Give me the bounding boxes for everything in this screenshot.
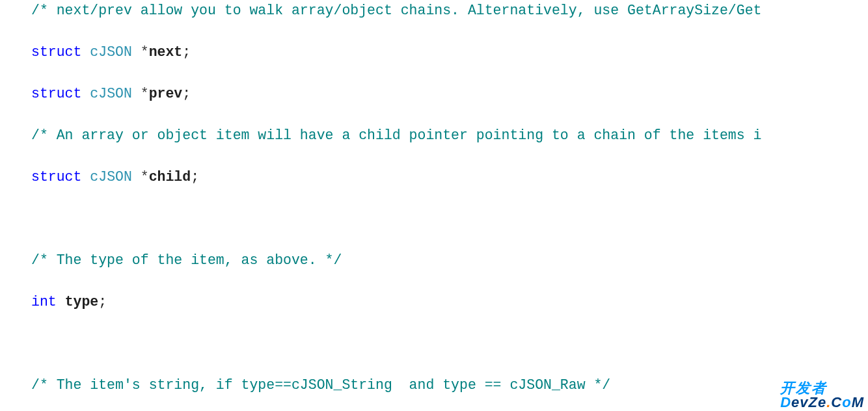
- code-line: /* The type of the item, as above. */: [0, 250, 868, 271]
- token-plain: *: [132, 169, 149, 185]
- token-kw: int: [31, 294, 57, 310]
- token-punct: ;: [182, 86, 191, 101]
- token-punct: ;: [182, 44, 191, 60]
- token-comment: /* next/prev allow you to walk array/obj…: [31, 3, 761, 18]
- token-punct: ;: [191, 169, 199, 185]
- token-plain: [81, 44, 90, 60]
- code-line: /* An array or object item will have a c…: [0, 125, 868, 146]
- token-plain: [81, 86, 90, 101]
- token-typeident: cJSON: [90, 169, 132, 185]
- token-ident: child: [149, 169, 191, 185]
- token-ident: next: [149, 44, 183, 60]
- token-plain: *: [132, 44, 149, 60]
- token-typeident: cJSON: [90, 44, 132, 60]
- code-line: [0, 333, 868, 354]
- code-line: /* The item's string, if type==cJSON_Str…: [0, 375, 868, 395]
- token-ident: type: [65, 294, 99, 310]
- token-comment: /* The item's string, if type==cJSON_Str…: [31, 377, 610, 393]
- token-typeident: cJSON: [90, 86, 132, 101]
- token-kw: struct: [31, 44, 81, 60]
- code-line: /* next/prev allow you to walk array/obj…: [0, 0, 868, 21]
- token-punct: ;: [98, 294, 107, 310]
- code-block: /* next/prev allow you to walk array/obj…: [0, 0, 868, 411]
- code-line: struct cJSON *next;: [0, 42, 868, 62]
- code-line: struct cJSON *prev;: [0, 83, 868, 104]
- token-comment: /* The type of the item, as above. */: [31, 252, 342, 268]
- code-line: [0, 208, 868, 229]
- code-line: struct cJSON *child;: [0, 166, 868, 187]
- token-ident: prev: [149, 86, 183, 101]
- token-plain: *: [132, 86, 149, 101]
- token-plain: [57, 294, 65, 310]
- token-kw: struct: [31, 86, 81, 101]
- token-plain: [81, 169, 90, 185]
- token-comment: /* An array or object item will have a c…: [31, 127, 761, 143]
- token-kw: struct: [31, 169, 81, 185]
- code-line: int type;: [0, 291, 868, 312]
